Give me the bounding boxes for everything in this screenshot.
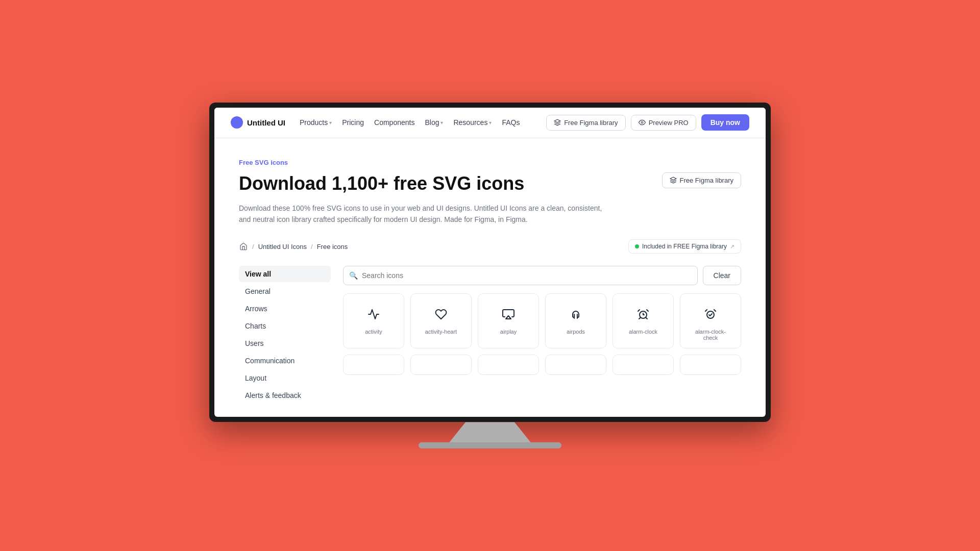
sidebar-item-general[interactable]: General bbox=[239, 283, 331, 299]
icon-grid-bottom bbox=[343, 355, 741, 375]
sidebar-item-view-all[interactable]: View all bbox=[239, 266, 331, 282]
airplay-icon bbox=[500, 306, 517, 322]
breadcrumb: / Untitled UI Icons / Free icons Include… bbox=[239, 239, 741, 254]
breadcrumb-left: / Untitled UI Icons / Free icons bbox=[239, 242, 348, 251]
search-icon: 🔍 bbox=[349, 271, 358, 280]
green-dot-icon bbox=[635, 244, 639, 248]
icon-card-partial-2 bbox=[410, 355, 472, 375]
sidebar-item-communication[interactable]: Communication bbox=[239, 353, 331, 369]
icon-card-airpods[interactable]: airpods bbox=[545, 293, 606, 348]
monitor: Untitled UI Products ▾ Pricing Component… bbox=[209, 103, 771, 422]
navbar: Untitled UI Products ▾ Pricing Component… bbox=[214, 108, 766, 138]
icon-card-partial-1 bbox=[343, 355, 404, 375]
sidebar-item-arrows[interactable]: Arrows bbox=[239, 300, 331, 317]
icon-card-partial-5 bbox=[612, 355, 674, 375]
icon-label-alarm-clock-check: alarm-clock-check bbox=[689, 329, 732, 341]
chevron-down-icon: ▾ bbox=[489, 120, 492, 126]
nav-link-resources[interactable]: Resources ▾ bbox=[453, 118, 492, 127]
search-input[interactable] bbox=[343, 266, 698, 285]
sidebar-item-charts[interactable]: Charts bbox=[239, 318, 331, 334]
nav-left: Untitled UI Products ▾ Pricing Component… bbox=[231, 116, 520, 129]
icon-card-activity[interactable]: activity bbox=[343, 293, 404, 348]
activity-icon bbox=[365, 306, 382, 322]
search-row: 🔍 Clear bbox=[343, 266, 741, 285]
icon-card-partial-3 bbox=[478, 355, 539, 375]
preview-pro-button[interactable]: Preview PRO bbox=[631, 115, 696, 131]
icon-card-partial-4 bbox=[545, 355, 606, 375]
monitor-wrapper: Untitled UI Products ▾ Pricing Component… bbox=[209, 103, 771, 449]
svg-marker-1 bbox=[506, 316, 511, 319]
nav-links: Products ▾ Pricing Components Blog ▾ bbox=[300, 118, 520, 127]
monitor-base bbox=[419, 442, 561, 448]
icon-label-alarm-clock: alarm-clock bbox=[629, 329, 657, 335]
buy-now-button[interactable]: Buy now bbox=[701, 114, 749, 131]
logo-icon bbox=[231, 116, 243, 129]
page-description: Download these 100% free SVG icons to us… bbox=[239, 203, 606, 226]
external-link-icon: ↗ bbox=[730, 243, 734, 250]
nav-link-products[interactable]: Products ▾ bbox=[300, 118, 332, 127]
activity-heart-icon bbox=[433, 306, 449, 322]
breadcrumb-link-1[interactable]: Untitled UI Icons bbox=[258, 243, 307, 251]
icon-label-airplay: airplay bbox=[500, 329, 517, 335]
clear-button[interactable]: Clear bbox=[703, 266, 741, 285]
alarm-clock-icon bbox=[635, 306, 651, 322]
icon-label-airpods: airpods bbox=[567, 329, 585, 335]
icon-label-activity-heart: activity-heart bbox=[425, 329, 457, 335]
eye-icon bbox=[639, 119, 646, 126]
icons-section: View all General Arrows Charts Users bbox=[239, 266, 741, 405]
search-input-wrapper: 🔍 bbox=[343, 266, 698, 285]
page-title-row: Download 1,100+ free SVG icons Free Figm… bbox=[239, 172, 741, 194]
nav-right: Free Figma library Preview PRO Buy now bbox=[546, 114, 749, 131]
figma-library-badge[interactable]: Included in FREE Figma library ↗ bbox=[628, 239, 741, 254]
icons-main: 🔍 Clear bbox=[343, 266, 741, 405]
figma-icon bbox=[670, 177, 677, 184]
nav-link-pricing[interactable]: Pricing bbox=[342, 118, 364, 127]
main-content: Free SVG icons Download 1,100+ free SVG … bbox=[214, 138, 766, 417]
icon-grid: activity activity-heart bbox=[343, 293, 741, 348]
hero-figma-button[interactable]: Free Figma library bbox=[662, 172, 741, 188]
figma-icon bbox=[554, 119, 561, 126]
breadcrumb-active: Free icons bbox=[317, 243, 348, 251]
airpods-icon bbox=[568, 306, 584, 322]
screen: Untitled UI Products ▾ Pricing Component… bbox=[214, 108, 766, 417]
page-label: Free SVG icons bbox=[239, 159, 741, 166]
icon-card-alarm-clock[interactable]: alarm-clock bbox=[612, 293, 674, 348]
nav-link-faqs[interactable]: FAQs bbox=[502, 118, 520, 127]
svg-point-0 bbox=[641, 121, 643, 123]
breadcrumb-sep-1: / bbox=[252, 243, 254, 251]
chevron-down-icon: ▾ bbox=[440, 120, 443, 126]
sidebar-item-layout[interactable]: Layout bbox=[239, 370, 331, 386]
nav-link-blog[interactable]: Blog ▾ bbox=[425, 118, 443, 127]
figma-library-button[interactable]: Free Figma library bbox=[546, 115, 625, 131]
chevron-down-icon: ▾ bbox=[329, 120, 332, 126]
sidebar-item-alerts[interactable]: Alerts & feedback bbox=[239, 387, 331, 404]
monitor-stand bbox=[449, 422, 531, 442]
icon-card-partial-6 bbox=[680, 355, 741, 375]
sidebar: View all General Arrows Charts Users bbox=[239, 266, 331, 405]
icon-card-airplay[interactable]: airplay bbox=[478, 293, 539, 348]
icon-card-activity-heart[interactable]: activity-heart bbox=[410, 293, 472, 348]
alarm-clock-check-icon bbox=[702, 306, 719, 322]
sidebar-item-users[interactable]: Users bbox=[239, 335, 331, 352]
home-icon[interactable] bbox=[239, 242, 248, 251]
page-title: Download 1,100+ free SVG icons bbox=[239, 172, 524, 194]
icon-label-activity: activity bbox=[365, 329, 382, 335]
icon-card-alarm-clock-check[interactable]: alarm-clock-check bbox=[680, 293, 741, 348]
breadcrumb-sep-2: / bbox=[311, 243, 313, 251]
logo-text: Untitled UI bbox=[247, 118, 285, 127]
logo-area[interactable]: Untitled UI bbox=[231, 116, 285, 129]
nav-link-components[interactable]: Components bbox=[374, 118, 414, 127]
